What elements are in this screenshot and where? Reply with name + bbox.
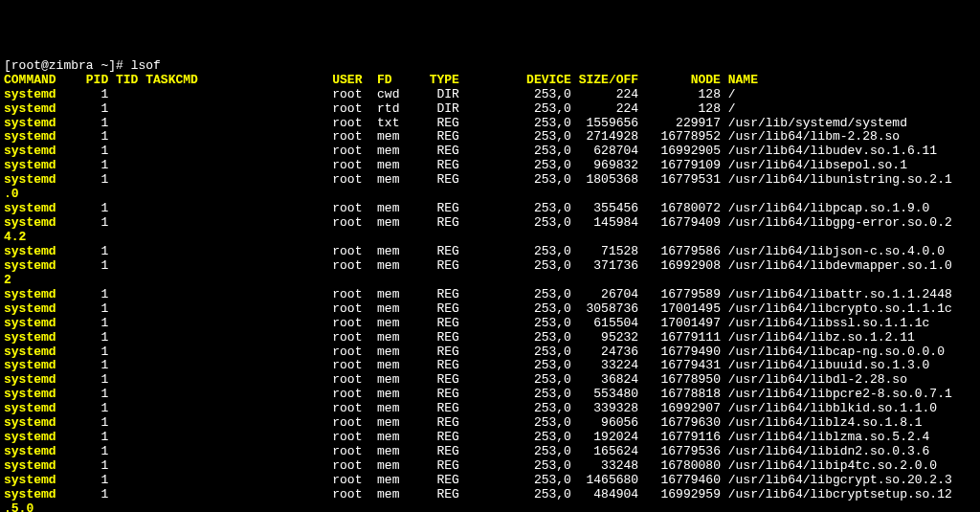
lsof-row-wrap: 4.2 [4, 231, 976, 245]
lsof-rows: systemd 1 root cwd DIR 253,0 224 128 /sy… [4, 88, 976, 512]
lsof-row: systemd 1 root txt REG 253,0 1559656 229… [4, 117, 976, 131]
lsof-row: systemd 1 root mem REG 253,0 1465680 167… [4, 474, 976, 488]
command-text: lsof [131, 58, 161, 73]
lsof-header: COMMAND PID TID TASKCMD USER FD TYPE DEV… [4, 73, 758, 87]
lsof-row: systemd 1 root mem REG 253,0 33248 16780… [4, 459, 976, 474]
lsof-row: systemd 1 root mem REG 253,0 71528 16779… [4, 245, 976, 259]
lsof-row: systemd 1 root mem REG 253,0 95232 16779… [4, 331, 976, 345]
lsof-row: systemd 1 root mem REG 253,0 165624 1677… [4, 445, 976, 459]
lsof-row: systemd 1 root mem REG 253,0 96056 16779… [4, 416, 976, 431]
lsof-row: systemd 1 root mem REG 253,0 33224 16779… [4, 359, 976, 373]
lsof-row: systemd 1 root mem REG 253,0 26704 16779… [4, 288, 976, 302]
lsof-row: systemd 1 root mem REG 253,0 615504 1700… [4, 317, 976, 331]
lsof-row: systemd 1 root rtd DIR 253,0 224 128 / [4, 102, 976, 117]
lsof-row: systemd 1 root mem REG 253,0 24736 16779… [4, 345, 976, 360]
lsof-row: systemd 1 root mem REG 253,0 3058736 170… [4, 302, 976, 317]
lsof-row-wrap: 2 [4, 274, 976, 288]
lsof-row: systemd 1 root mem REG 253,0 553480 1677… [4, 388, 976, 402]
lsof-row: systemd 1 root mem REG 253,0 969832 1677… [4, 159, 976, 173]
lsof-row: systemd 1 root mem REG 253,0 145984 1677… [4, 216, 976, 231]
shell-prompt: [root@zimbra ~]# [4, 58, 131, 73]
lsof-row: systemd 1 root mem REG 253,0 484904 1699… [4, 488, 976, 502]
lsof-row: systemd 1 root mem REG 253,0 371736 1699… [4, 259, 976, 274]
lsof-row: systemd 1 root mem REG 253,0 355456 1678… [4, 202, 976, 216]
lsof-row: systemd 1 root mem REG 253,0 36824 16778… [4, 373, 976, 388]
lsof-row-wrap: .0 [4, 188, 976, 202]
lsof-row: systemd 1 root mem REG 253,0 1805368 167… [4, 173, 976, 188]
lsof-row: systemd 1 root mem REG 253,0 192024 1677… [4, 431, 976, 445]
lsof-row: systemd 1 root mem REG 253,0 2714928 167… [4, 130, 976, 145]
lsof-row: systemd 1 root cwd DIR 253,0 224 128 / [4, 88, 976, 102]
lsof-row: systemd 1 root mem REG 253,0 339328 1699… [4, 402, 976, 416]
lsof-row-wrap: .5.0 [4, 502, 976, 512]
lsof-row: systemd 1 root mem REG 253,0 628704 1699… [4, 145, 976, 159]
terminal-output: [root@zimbra ~]# lsof COMMAND PID TID TA… [4, 59, 976, 512]
